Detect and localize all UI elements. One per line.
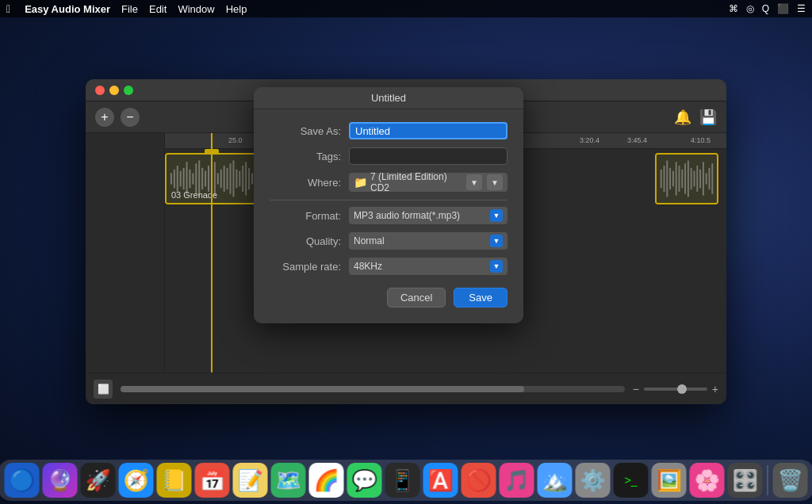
format-value: MP3 audio format(*.mp3) — [354, 210, 460, 221]
where-row: Where: 📁 7 (Limited Edition) CD2 ▼ ▼ — [270, 173, 508, 192]
svg-rect-58 — [669, 168, 671, 189]
maximize-button[interactable] — [124, 86, 133, 95]
dock-systemprefs[interactable]: ⚙️ — [576, 463, 611, 498]
svg-rect-66 — [694, 171, 695, 187]
svg-rect-19 — [227, 168, 228, 189]
dock-addressbook[interactable]: 📒 — [157, 463, 192, 498]
format-dropdown-icon: ▼ — [490, 209, 503, 222]
scrollbar-track[interactable] — [121, 386, 625, 392]
dock-safari[interactable]: 🧭 — [119, 463, 154, 498]
zoom-plus-icon[interactable]: + — [712, 383, 718, 395]
where-label: Where: — [270, 177, 341, 189]
app-name[interactable]: Easy Audio Mixer — [25, 3, 110, 15]
sample-rate-row: Sample rate: 48KHz ▼ — [270, 258, 508, 275]
dock-appstore[interactable]: 🅰️ — [423, 463, 458, 498]
svg-rect-67 — [696, 166, 698, 192]
menu-file[interactable]: File — [121, 3, 138, 15]
tags-label: Tags: — [270, 151, 341, 162]
save-dialog: Untitled Save As: Tags: Where: 📁 7 (Limi… — [254, 87, 523, 323]
sample-rate-dropdown-icon: ▼ — [490, 260, 503, 273]
zoom-minus-icon[interactable]: − — [633, 383, 639, 395]
dock-launchpad[interactable]: 🚀 — [81, 463, 116, 498]
dock-trash[interactable]: 🗑️ — [773, 463, 808, 498]
save-button[interactable]: Save — [454, 288, 508, 307]
cancel-button[interactable]: Cancel — [387, 288, 446, 307]
menu-help[interactable]: Help — [226, 3, 247, 15]
svg-rect-56 — [664, 166, 665, 192]
menubar-icon-4: ⬛ — [777, 3, 789, 14]
scrollbar-area: ⬜ − + — [86, 372, 726, 404]
dock-stopnot[interactable]: 🚫 — [462, 463, 496, 498]
format-select[interactable]: MP3 audio format(*.mp3) ▼ — [349, 207, 508, 224]
track-labels — [86, 133, 165, 372]
dialog-titlebar: Untitled — [254, 87, 523, 109]
svg-rect-20 — [230, 163, 232, 193]
dock-iphoto[interactable]: 🖼️ — [652, 463, 687, 498]
ruler-mark-3: 3:20.4 — [580, 136, 599, 144]
remove-track-button[interactable]: − — [121, 108, 140, 127]
svg-rect-23 — [239, 171, 240, 187]
where-value: 7 (Limited Edition) CD2 — [370, 171, 462, 193]
svg-rect-24 — [242, 166, 243, 192]
dock-photos[interactable]: 🌈 — [309, 463, 344, 498]
svg-rect-62 — [681, 170, 683, 188]
svg-rect-5 — [183, 168, 185, 189]
apple-menu[interactable]:  — [6, 2, 10, 15]
bell-icon[interactable]: 🔔 — [674, 109, 691, 126]
dock-maps[interactable]: 🗺️ — [271, 463, 306, 498]
svg-rect-7 — [189, 170, 190, 188]
close-button[interactable] — [95, 86, 105, 95]
audio-clip-right[interactable] — [655, 153, 718, 204]
menu-window[interactable]: Window — [178, 3, 214, 15]
where-select[interactable]: 📁 7 (Limited Edition) CD2 ▼ ▼ — [349, 173, 508, 192]
dock-divider — [768, 465, 768, 495]
sample-rate-select[interactable]: 48KHz ▼ — [349, 258, 508, 275]
dock-finder2[interactable]: 🌸 — [690, 463, 725, 498]
menubar-icon-3: Q — [762, 3, 769, 14]
zoom-slider[interactable] — [644, 388, 707, 391]
dock-terminal[interactable]: >_ — [614, 463, 649, 498]
quality-select[interactable]: Normal ▼ — [349, 232, 508, 250]
svg-rect-4 — [180, 171, 182, 187]
dock-itunes[interactable]: 🎵 — [500, 463, 534, 498]
dock-siri[interactable]: 🔮 — [43, 463, 78, 498]
save-as-input[interactable] — [349, 122, 508, 139]
menu-edit[interactable]: Edit — [149, 3, 167, 15]
add-track-button[interactable]: + — [95, 108, 114, 127]
svg-rect-65 — [691, 168, 692, 189]
svg-rect-54 — [657, 155, 717, 203]
svg-rect-64 — [688, 161, 689, 197]
svg-rect-22 — [236, 170, 237, 188]
menubar-left:  Easy Audio Mixer File Edit Window Help — [6, 2, 247, 15]
tags-input[interactable] — [349, 147, 508, 165]
ruler-mark-1: 25.0 — [228, 136, 243, 144]
dock-facetime[interactable]: 📱 — [385, 463, 420, 498]
menubar:  Easy Audio Mixer File Edit Window Help… — [0, 0, 812, 17]
dock-finder[interactable]: 🔵 — [5, 463, 40, 498]
svg-rect-72 — [711, 163, 713, 193]
where-expand-btn[interactable]: ▼ — [487, 174, 503, 190]
sample-rate-label: Sample rate: — [270, 261, 341, 273]
sample-rate-value: 48KHz — [354, 261, 382, 272]
svg-rect-21 — [232, 161, 234, 197]
svg-rect-68 — [699, 170, 701, 188]
dialog-buttons: Cancel Save — [270, 288, 508, 311]
where-dropdown-btn[interactable]: ▼ — [466, 174, 482, 190]
dock-notes[interactable]: 📝 — [233, 463, 268, 498]
dock-audiomixer[interactable]: 🎛️ — [728, 463, 763, 498]
thumbnail-toggle[interactable]: ⬜ — [94, 380, 113, 399]
dock-calendar[interactable]: 📅 — [195, 463, 230, 498]
separator-1 — [270, 200, 508, 200]
menubar-icon-1: ⌘ — [729, 3, 738, 14]
save-icon[interactable]: 💾 — [699, 109, 717, 126]
svg-rect-69 — [703, 162, 704, 195]
svg-rect-13 — [208, 166, 209, 192]
dock-messages[interactable]: 💬 — [347, 463, 382, 498]
save-as-label: Save As: — [270, 125, 341, 137]
minimize-button[interactable] — [109, 86, 119, 95]
quality-label: Quality: — [270, 235, 341, 247]
svg-rect-2 — [174, 170, 175, 188]
dock-maps2[interactable]: 🏔️ — [538, 463, 573, 498]
scrollbar-thumb — [121, 386, 524, 392]
svg-rect-17 — [220, 170, 222, 188]
